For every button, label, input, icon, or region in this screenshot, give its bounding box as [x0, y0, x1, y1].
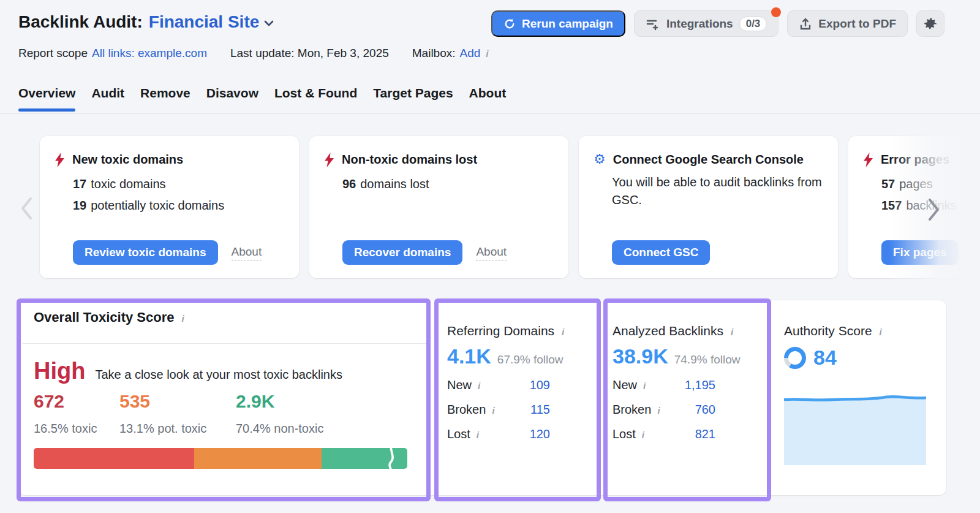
integrations-button[interactable]: Integrations 0/3: [634, 10, 778, 37]
tab-overview[interactable]: Overview: [18, 86, 75, 112]
lightning-icon: [324, 153, 334, 167]
info-icon[interactable]: i: [475, 430, 480, 440]
toxicity-stacked-bar: [34, 448, 407, 469]
tab-target-pages[interactable]: Target Pages: [373, 86, 453, 112]
campaign-selector[interactable]: Financial Site: [149, 12, 274, 32]
analyzed-lost-value[interactable]: 821: [695, 427, 715, 441]
card-stat-line: 96domains lost: [342, 173, 554, 195]
about-link[interactable]: About: [476, 245, 507, 260]
info-icon[interactable]: i: [180, 313, 185, 324]
toxic-count: 672: [34, 391, 119, 412]
toxicity-verdict-desc: Take a close look at your most toxic bac…: [95, 368, 342, 382]
toxicity-divider: [22, 343, 426, 344]
gear-icon: ⚙: [594, 153, 606, 166]
settings-button[interactable]: [916, 10, 944, 37]
report-scope-label: Report scope: [18, 47, 88, 60]
referring-row-lost: Losti 120: [447, 427, 550, 441]
recover-domains-button[interactable]: Recover domains: [342, 240, 462, 265]
analyzed-broken-value[interactable]: 760: [695, 403, 715, 417]
tab-bar: Overview Audit Remove Disavow Lost & Fou…: [18, 86, 506, 112]
mailbox-add-link[interactable]: Add: [460, 47, 481, 60]
about-link[interactable]: About: [232, 245, 262, 260]
notification-dot: [771, 7, 781, 17]
referring-domains-total: 4.1K: [447, 344, 491, 368]
list-plus-icon: [646, 17, 660, 31]
card-stat-line: 19potentially toxic domains: [73, 195, 284, 216]
analyzed-row-lost: Losti 821: [612, 427, 715, 441]
bar-segment-toxic: [34, 448, 194, 469]
toxic-label: 16.5% toxic: [34, 422, 119, 436]
mailbox-label: Mailbox:: [412, 47, 456, 60]
page-title: Backlink Audit:: [18, 12, 143, 32]
info-icon[interactable]: i: [656, 405, 661, 416]
tab-about[interactable]: About: [469, 86, 507, 112]
analyzed-new-value[interactable]: 1,195: [685, 378, 715, 392]
tab-lost-found[interactable]: Lost & Found: [274, 86, 357, 112]
analyzed-row-new: Newi 1,195: [612, 378, 715, 392]
refresh-icon: [503, 18, 516, 30]
lightning-icon: [863, 153, 873, 167]
integrations-count-badge: 0/3: [739, 17, 767, 31]
alert-cards-row: New toxic domains 17toxic domains 19pote…: [40, 136, 980, 278]
connect-gsc-button[interactable]: Connect GSC: [612, 240, 710, 265]
last-update: Last update: Mon, Feb 3, 2025: [230, 47, 389, 60]
review-toxic-domains-button[interactable]: Review toxic domains: [73, 240, 218, 265]
rerun-campaign-button[interactable]: Rerun campaign: [491, 10, 625, 37]
referring-new-value[interactable]: 109: [530, 378, 550, 392]
info-icon[interactable]: i: [642, 381, 647, 391]
header-actions: Rerun campaign Integrations 0/3 Export t…: [491, 10, 944, 37]
info-icon[interactable]: i: [729, 327, 734, 337]
info-icon[interactable]: i: [491, 405, 496, 416]
referring-lost-value[interactable]: 120: [530, 427, 550, 441]
non-toxic-count: 2.9K: [236, 391, 358, 412]
authority-score-value: 84: [813, 346, 837, 370]
bar-break-squiggle: [385, 443, 399, 474]
pot-toxic-label: 13.1% pot. toxic: [119, 422, 236, 436]
info-icon[interactable]: i: [484, 48, 489, 59]
tab-remove[interactable]: Remove: [140, 86, 190, 112]
card-stat-line: 17toxic domains: [73, 173, 284, 195]
tab-audit[interactable]: Audit: [91, 86, 124, 112]
non-toxic-label: 70.4% non-toxic: [236, 422, 358, 436]
referring-domains-panel: Referring Domains i 4.1K 67.9% follow Ne…: [447, 324, 565, 441]
info-icon[interactable]: i: [477, 381, 481, 391]
card-error-pages: Error pages 57pages 157backlinks Fix pag…: [848, 136, 980, 278]
report-scope-link[interactable]: All links: example.com: [92, 47, 207, 60]
authority-score-title: Authority Score: [784, 324, 872, 338]
authority-score-donut: [784, 347, 806, 369]
referring-row-broken: Brokeni 115: [447, 403, 550, 417]
export-pdf-label: Export to PDF: [818, 17, 896, 31]
info-icon[interactable]: i: [560, 327, 565, 337]
card-non-toxic-domains-lost: Non-toxic domains lost 96domains lost Re…: [309, 136, 568, 278]
authority-score-trend-chart: [784, 392, 926, 465]
referring-domains-title: Referring Domains: [447, 324, 554, 338]
analyzed-backlinks-panel: Analyzed Backlinks i 38.9K 74.9% follow …: [612, 324, 740, 441]
campaign-name: Financial Site: [149, 12, 260, 32]
analyzed-follow-pct: 74.9% follow: [674, 353, 741, 367]
card-stat-line: 57pages: [881, 173, 980, 195]
tabs-divider: [0, 113, 980, 114]
pot-toxic-count: 535: [119, 391, 236, 412]
upload-icon: [799, 17, 812, 31]
carousel-prev-icon[interactable]: [18, 195, 34, 222]
card-title: Error pages: [881, 152, 949, 167]
referring-follow-pct: 67.9% follow: [497, 353, 564, 367]
toxicity-stats: 672 16.5% toxic 535 13.1% pot. toxic 2.9…: [34, 391, 358, 436]
tab-disavow[interactable]: Disavow: [206, 86, 258, 112]
referring-broken-value[interactable]: 115: [530, 403, 550, 417]
toxicity-verdict: High: [34, 358, 85, 384]
toxicity-title: Overall Toxicity Score: [34, 310, 174, 325]
carousel-next-icon[interactable]: [926, 196, 942, 223]
info-icon[interactable]: i: [641, 430, 646, 440]
integrations-label: Integrations: [666, 17, 733, 31]
toxicity-title-row: Overall Toxicity Score i: [34, 310, 186, 325]
info-icon[interactable]: i: [878, 327, 883, 337]
fix-pages-button[interactable]: Fix pages: [881, 240, 959, 265]
export-pdf-button[interactable]: Export to PDF: [787, 10, 908, 37]
card-description: You will be able to audit backlinks from…: [612, 173, 823, 209]
page-header: Backlink Audit: Financial Site: [18, 12, 274, 32]
card-title: Non-toxic domains lost: [342, 152, 477, 167]
referring-row-new: Newi 109: [447, 378, 550, 392]
report-meta: Report scope All links: example.com Last…: [18, 47, 490, 60]
card-new-toxic-domains: New toxic domains 17toxic domains 19pote…: [40, 136, 299, 278]
